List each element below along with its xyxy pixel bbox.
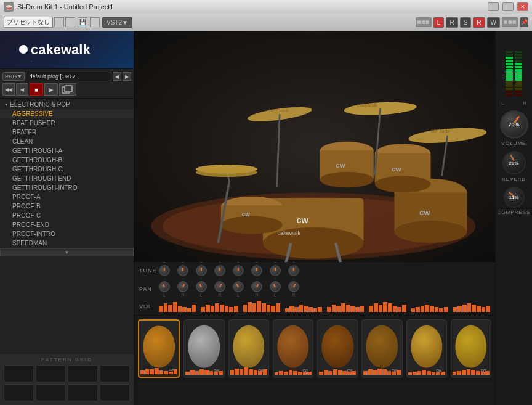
preset-item-beat-pusher[interactable]: BEAT PUSHER — [0, 118, 134, 128]
maximize-button[interactable]: □ — [502, 2, 514, 11]
preset-item-getthrough-b[interactable]: GETTHROUGH-B — [0, 155, 134, 165]
preset-item-getthrough-end[interactable]: GETTHROUGH-END — [0, 174, 134, 183]
vol-bar — [276, 303, 280, 312]
tune-knob-3[interactable] — [214, 265, 225, 276]
pan-knob-4[interactable] — [233, 281, 244, 292]
preset-list[interactable]: ▾ ELECTRONIC & POP AGGRESSIVEBEAT PUSHER… — [0, 99, 134, 353]
arm-left-button[interactable]: L — [433, 17, 445, 28]
vol-bar — [327, 307, 331, 312]
record-button[interactable]: R — [473, 17, 485, 28]
grid-cell-3[interactable] — [68, 365, 98, 382]
play-button[interactable]: ▶ — [44, 83, 58, 96]
pan-knob-7[interactable] — [288, 281, 299, 292]
svg-rect-4 — [65, 86, 72, 92]
delete-preset-button[interactable]: ✕ — [90, 17, 100, 27]
pad-vol-bar — [373, 370, 377, 375]
prog-next-button[interactable]: ▶ — [123, 72, 131, 81]
grid-cell-6[interactable] — [36, 384, 66, 401]
reverb-knob[interactable]: 20% — [502, 151, 526, 174]
prev-button[interactable]: ◀ — [16, 83, 28, 96]
drum-pad-tom3[interactable]: cw — [361, 319, 402, 378]
window-title: SI-Drum Kit 1 - Untitled Project1 — [17, 3, 484, 10]
drum-pad-tom1[interactable]: cw — [273, 319, 313, 378]
pan-knob-0[interactable] — [159, 281, 170, 292]
drum-pad-inner-tom1 — [277, 325, 308, 368]
drum-pad-hihat[interactable]: cw — [228, 319, 269, 378]
preset-dropdown[interactable]: プリセットなし ◀ ▶ — [4, 17, 75, 28]
save-preset-button[interactable]: 💾 — [78, 17, 87, 27]
tune-knob-1[interactable] — [177, 265, 188, 276]
pan-knob-1[interactable] — [177, 281, 188, 292]
preset-category-electronic[interactable]: ▾ ELECTRONIC & POP — [0, 100, 134, 109]
copy-button[interactable] — [59, 83, 76, 96]
pad-vol-bar — [289, 370, 293, 375]
keyboard-icon-right: ▦▦▦ — [502, 17, 518, 27]
pan-knob-5[interactable] — [251, 281, 262, 292]
rewind-button[interactable]: ◀◀ — [2, 83, 15, 96]
vol-bar — [168, 305, 172, 312]
preset-item-speedman[interactable]: SPEEDMAN — [0, 239, 134, 248]
preset-item-proof-end[interactable]: PROOF-END — [0, 220, 134, 229]
grid-cell-5[interactable] — [4, 384, 34, 401]
vol-bar — [472, 305, 476, 312]
tune-knob-2[interactable] — [196, 265, 207, 276]
pan-knob-6[interactable] — [270, 281, 281, 292]
close-button[interactable]: ✕ — [517, 2, 528, 11]
svg-text:cakewalk: cakewalk — [357, 103, 378, 108]
prog-prev-button[interactable]: ◀ — [113, 72, 121, 81]
pad-vol-bar — [195, 371, 200, 375]
solo-button[interactable]: S — [460, 17, 472, 28]
grid-cell-2[interactable] — [36, 365, 66, 382]
preset-item-proof-b[interactable]: PROOF-B — [0, 202, 134, 211]
prog-input[interactable] — [26, 72, 111, 81]
compress-knob[interactable]: 11% — [504, 187, 525, 208]
scroll-down-arrow[interactable]: ▼ — [0, 248, 134, 256]
preset-item-proof-a[interactable]: PROOF-A — [0, 192, 134, 202]
drum-pad-snare[interactable]: cw — [183, 319, 224, 378]
drum-pad-crash[interactable]: cw — [451, 319, 491, 378]
preset-item-proof-intro[interactable]: PROOF-INTRO — [0, 229, 134, 239]
vol-bar — [318, 307, 322, 312]
tune-knob-4[interactable] — [233, 265, 244, 276]
tune-knob-0[interactable] — [159, 265, 170, 276]
drum-display: cw cw cakewalk cw — [134, 31, 495, 262]
preset-item-clean[interactable]: CLEAN — [0, 137, 134, 146]
grid-cell-7[interactable] — [68, 384, 98, 401]
pan-lr-2: L — [200, 293, 203, 297]
grid-cell-1[interactable] — [4, 365, 34, 382]
drum-pad-cymbal[interactable]: cw — [406, 319, 447, 378]
vst-badge[interactable]: VST2▼ — [102, 17, 132, 28]
drum-pad-kick[interactable]: cw — [138, 319, 180, 378]
vol-bar — [159, 306, 163, 312]
preset-item-getthrough-intro[interactable]: GETTHROUGH-INTRO — [0, 183, 134, 192]
grid-cell-4[interactable] — [100, 365, 130, 382]
drum-pad-tom2[interactable]: cw — [317, 319, 358, 378]
nav-next-button[interactable]: ▶ — [65, 17, 75, 27]
preset-item-getthrough-c[interactable]: GETTHROUGH-C — [0, 165, 134, 174]
preset-item-getthrough-a[interactable]: GETTHROUGH-A — [0, 146, 134, 155]
preset-item-aggressive[interactable]: AGGRESSIVE — [0, 109, 134, 118]
preset-item-beater[interactable]: BEATER — [0, 128, 134, 137]
pan-knob-3[interactable] — [214, 281, 225, 292]
minimize-button[interactable]: — — [488, 2, 499, 11]
vu-seg — [515, 63, 522, 65]
volume-knob[interactable]: 70% — [500, 110, 528, 139]
pad-vol-bar — [169, 372, 173, 374]
pad-vol-bar — [368, 369, 373, 375]
tune-knob-5[interactable] — [251, 265, 262, 276]
tune-knob-7[interactable] — [288, 265, 299, 276]
write-button[interactable]: W — [487, 17, 500, 28]
tune-knob-6[interactable] — [270, 265, 281, 276]
pin-button[interactable]: 📌 — [520, 17, 528, 27]
vu-labels: L R — [502, 101, 526, 105]
pattern-grid-label: PATTERN GRID — [4, 357, 130, 362]
arm-right-button[interactable]: R — [446, 17, 457, 28]
prog-controls: PRG▼ ◀ ▶ ◀◀ ◀ ■ ▶ — [0, 69, 134, 99]
stop-button[interactable]: ■ — [30, 83, 43, 96]
pan-knob-2[interactable] — [196, 281, 207, 292]
preset-item-proof-c[interactable]: PROOF-C — [0, 211, 134, 220]
grid-area — [4, 365, 130, 401]
nav-prev-button[interactable]: ◀ — [54, 17, 64, 27]
grid-cell-8[interactable] — [100, 384, 130, 401]
vu-seg — [506, 66, 513, 68]
